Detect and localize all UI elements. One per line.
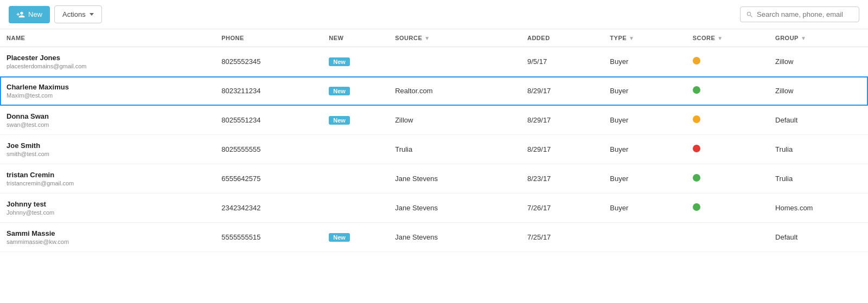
group-filter-icon: ▼ <box>801 35 806 41</box>
table-row[interactable]: Charlene MaximusMaxim@test.com8023211234… <box>0 76 868 106</box>
score-dot <box>693 203 700 211</box>
contact-added-cell: 8/29/17 <box>521 76 603 106</box>
contact-type-cell <box>603 223 686 252</box>
contact-phone-cell: 8023211234 <box>215 76 322 106</box>
contact-source-cell: Realtor.com <box>388 76 521 106</box>
contact-email: Maxim@test.com <box>7 92 208 99</box>
table-row[interactable]: Sammi Massiesammimassie@kw.com5555555515… <box>0 223 868 252</box>
contact-phone-cell: 5555555515 <box>215 223 322 252</box>
contact-type-cell: Buyer <box>603 135 686 164</box>
contact-new-cell: New <box>322 47 388 76</box>
contact-name-cell: Charlene MaximusMaxim@test.com <box>0 76 215 106</box>
contact-name-cell: Sammi Massiesammimassie@kw.com <box>0 223 215 252</box>
contact-group-cell: Trulia <box>769 135 868 164</box>
contact-added-cell: 8/23/17 <box>521 164 603 194</box>
score-dot <box>693 86 700 94</box>
contact-score-cell <box>686 194 769 223</box>
contact-source-cell: Zillow <box>388 106 521 135</box>
contact-type-cell: Buyer <box>603 47 686 76</box>
contacts-table: NAME PHONE NEW SOURCE ▼ ADDED TYPE ▼ SCO… <box>0 29 868 252</box>
contact-source-cell: Jane Stevens <box>388 194 521 223</box>
contact-name: Donna Swan <box>7 112 208 120</box>
contact-type-cell: Buyer <box>603 106 686 135</box>
contact-name: Joe Smith <box>7 141 208 150</box>
contact-phone-cell: 6555642575 <box>215 164 322 194</box>
col-header-name: NAME <box>0 29 215 47</box>
contact-type-cell: Buyer <box>603 194 686 223</box>
search-input[interactable] <box>757 10 853 18</box>
new-button[interactable]: New <box>9 6 50 23</box>
actions-button-label: Actions <box>62 10 86 18</box>
col-header-type[interactable]: TYPE ▼ <box>603 29 686 47</box>
contact-added-cell: 8/29/17 <box>521 135 603 164</box>
contact-email: sammimassie@kw.com <box>7 238 208 245</box>
contact-name: Sammi Massie <box>7 229 208 237</box>
contact-name: Charlene Maximus <box>7 83 208 91</box>
col-header-score[interactable]: SCORE ▼ <box>686 29 769 47</box>
contact-group-cell: Zillow <box>769 76 868 106</box>
contact-name-cell: Placester Jonesplacesterdomains@gmail.co… <box>0 47 215 76</box>
contact-new-cell: New <box>322 223 388 252</box>
contact-score-cell <box>686 164 769 194</box>
contact-score-cell <box>686 47 769 76</box>
source-filter-icon: ▼ <box>424 35 430 41</box>
contact-source-cell: Jane Stevens <box>388 223 521 252</box>
contact-group-cell: Trulia <box>769 164 868 194</box>
col-header-source[interactable]: SOURCE ▼ <box>388 29 521 47</box>
contact-email: Johnny@test.com <box>7 209 208 216</box>
contact-added-cell: 7/26/17 <box>521 194 603 223</box>
contacts-table-container: NAME PHONE NEW SOURCE ▼ ADDED TYPE ▼ SCO… <box>0 29 868 252</box>
contact-score-cell <box>686 135 769 164</box>
contact-name-cell: tristan Cremintristancremin@gmail.com <box>0 164 215 194</box>
contact-group-cell: Homes.com <box>769 194 868 223</box>
contact-added-cell: 7/25/17 <box>521 223 603 252</box>
contact-group-cell: Zillow <box>769 47 868 76</box>
contact-name: Johnny test <box>7 200 208 208</box>
contact-name: Placester Jones <box>7 54 208 62</box>
search-box <box>740 7 859 22</box>
contact-new-cell <box>322 164 388 194</box>
score-dot <box>693 115 700 123</box>
col-header-phone: PHONE <box>215 29 322 47</box>
contact-email: placesterdomains@gmail.com <box>7 63 208 69</box>
contact-phone-cell: 8025555555 <box>215 135 322 164</box>
contact-name-cell: Johnny testJohnny@test.com <box>0 194 215 223</box>
table-row[interactable]: Joe Smithsmith@test.com8025555555Trulia8… <box>0 135 868 164</box>
actions-button[interactable]: Actions <box>54 5 102 23</box>
table-row[interactable]: tristan Cremintristancremin@gmail.com655… <box>0 164 868 194</box>
contact-type-cell: Buyer <box>603 76 686 106</box>
contact-new-cell <box>322 135 388 164</box>
type-filter-icon: ▼ <box>629 35 634 41</box>
contact-email: smith@test.com <box>7 151 208 157</box>
table-row[interactable]: Johnny testJohnny@test.com2342342342Jane… <box>0 194 868 223</box>
table-body: Placester Jonesplacesterdomains@gmail.co… <box>0 47 868 252</box>
contact-added-cell: 8/29/17 <box>521 106 603 135</box>
contact-score-cell <box>686 223 769 252</box>
new-button-label: New <box>28 10 42 18</box>
contact-name-cell: Joe Smithsmith@test.com <box>0 135 215 164</box>
contact-source-cell: Trulia <box>388 135 521 164</box>
new-badge: New <box>329 233 350 242</box>
contact-new-cell: New <box>322 106 388 135</box>
contact-type-cell: Buyer <box>603 164 686 194</box>
contact-email: swan@test.com <box>7 121 208 128</box>
contact-new-cell: New <box>322 76 388 106</box>
contact-phone-cell: 2342342342 <box>215 194 322 223</box>
table-row[interactable]: Donna Swanswan@test.com8025551234NewZill… <box>0 106 868 135</box>
table-row[interactable]: Placester Jonesplacesterdomains@gmail.co… <box>0 47 868 76</box>
contact-added-cell: 9/5/17 <box>521 47 603 76</box>
score-dot <box>693 145 700 152</box>
score-dot <box>693 174 700 182</box>
contact-group-cell: Default <box>769 106 868 135</box>
contact-source-cell <box>388 47 521 76</box>
col-header-group[interactable]: GROUP ▼ <box>769 29 868 47</box>
col-header-new: NEW <box>322 29 388 47</box>
search-icon <box>746 11 754 18</box>
chevron-down-icon <box>90 13 94 16</box>
col-header-added: ADDED <box>521 29 603 47</box>
toolbar: New Actions <box>0 0 868 29</box>
contact-new-cell <box>322 194 388 223</box>
contact-phone-cell: 8025551234 <box>215 106 322 135</box>
new-badge: New <box>329 87 350 95</box>
contact-name: tristan Cremin <box>7 171 208 179</box>
